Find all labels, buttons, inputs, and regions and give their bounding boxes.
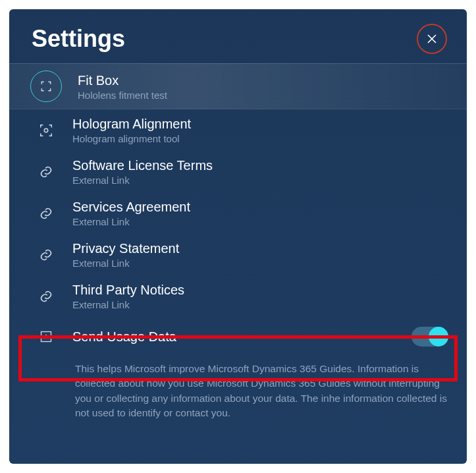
close-icon — [426, 33, 438, 45]
send-usage-row: Send Usage Data — [9, 317, 467, 356]
settings-panel: Settings Fit Box Hololens fitment test H… — [9, 9, 467, 464]
item-title: Fit Box — [78, 72, 167, 88]
usage-description: This helps Microsoft improve Microsoft D… — [9, 356, 467, 421]
settings-item-license[interactable]: Software License Terms External Link — [9, 151, 467, 192]
settings-item-privacy[interactable]: Privacy Statement External Link — [9, 234, 467, 275]
item-title: Services Agreement — [72, 199, 190, 215]
link-icon — [36, 161, 57, 182]
item-title: Hologram Alignment — [72, 116, 191, 132]
item-subtitle: External Link — [72, 216, 190, 227]
toggle-label: Send Usage Data — [72, 329, 396, 345]
item-title: Privacy Statement — [72, 240, 179, 256]
settings-item-alignment[interactable]: Hologram Alignment Hologram alignment to… — [9, 109, 467, 151]
fitbox-icon — [30, 70, 62, 102]
chart-icon — [36, 326, 57, 347]
settings-item-fitbox[interactable]: Fit Box Hololens fitment test — [9, 63, 467, 109]
close-button[interactable] — [417, 24, 447, 54]
item-subtitle: External Link — [72, 258, 179, 269]
item-title: Software License Terms — [72, 157, 213, 173]
page-title: Settings — [32, 25, 125, 53]
item-subtitle: External Link — [72, 175, 213, 186]
settings-item-thirdparty[interactable]: Third Party Notices External Link — [9, 275, 467, 317]
item-subtitle: Hololens fitment test — [78, 90, 167, 101]
link-icon — [36, 286, 57, 307]
item-subtitle: Hologram alignment tool — [72, 133, 191, 144]
usage-toggle[interactable] — [411, 327, 448, 347]
item-title: Third Party Notices — [72, 282, 184, 298]
svg-point-0 — [44, 128, 48, 132]
link-icon — [36, 203, 57, 224]
settings-item-services[interactable]: Services Agreement External Link — [9, 192, 467, 234]
alignment-icon — [36, 120, 57, 141]
link-icon — [36, 244, 57, 265]
header: Settings — [9, 9, 467, 63]
item-subtitle: External Link — [72, 299, 184, 310]
toggle-knob — [429, 327, 448, 347]
